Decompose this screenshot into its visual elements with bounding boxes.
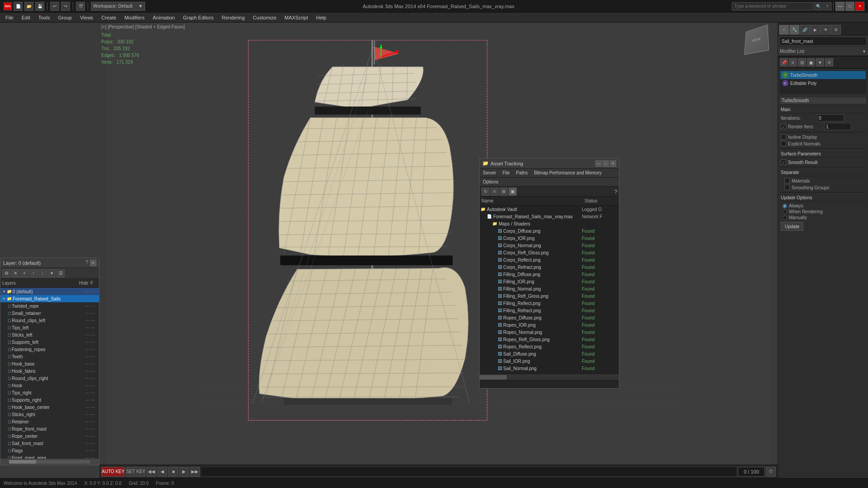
- menu-group[interactable]: Group: [54, 14, 75, 21]
- at-refresh-btn[interactable]: ↻: [481, 188, 490, 196]
- layer-move-up-btn[interactable]: ↑: [29, 269, 38, 277]
- modifier-list-dropdown-arrow[interactable]: ▼: [862, 49, 866, 54]
- at-menu-file[interactable]: File: [501, 170, 511, 175]
- layer-item[interactable]: ◻Hook_fabric— —: [0, 367, 99, 375]
- anim-play-btn[interactable]: ◀◀: [146, 467, 156, 477]
- at-tree-row[interactable]: 🖼Sail_IOR.pngFound: [480, 357, 619, 365]
- layers-scrollbar[interactable]: [0, 459, 99, 465]
- menu-customize[interactable]: Customize: [249, 14, 280, 21]
- layer-item[interactable]: ◻Round_clips_left— —: [0, 317, 99, 324]
- layer-item[interactable]: ◻Supports_right— —: [0, 396, 99, 404]
- layer-move-down-btn[interactable]: ↓: [38, 269, 47, 277]
- smooth-result-checkbox[interactable]: [781, 160, 786, 165]
- layer-item[interactable]: ◻Sticks_right— —: [0, 411, 99, 418]
- mod-params-btn[interactable]: ⊞: [798, 58, 806, 66]
- at-tree-row[interactable]: 🖼Corps_IOR.pngFound: [480, 235, 619, 242]
- anim-set-key-btn[interactable]: SET KEY: [126, 467, 146, 477]
- tab-display[interactable]: 👁: [821, 25, 830, 35]
- at-tree-row[interactable]: 📁Autodesk VaultLogged O: [480, 206, 619, 213]
- layer-item[interactable]: ◻Hook— —: [0, 382, 99, 389]
- tab-modify[interactable]: 🔧: [789, 25, 799, 35]
- layers-panel-close[interactable]: ✕: [90, 260, 96, 266]
- layers-scrollbar-thumb[interactable]: [9, 460, 36, 464]
- update-button[interactable]: Update: [781, 222, 803, 231]
- render-iters-checkbox[interactable]: [781, 124, 786, 129]
- at-tree-row[interactable]: 🖼Corps_Reflect.pngFound: [480, 256, 619, 263]
- search-icon[interactable]: 🔍: [814, 2, 822, 10]
- anim-end-btn[interactable]: ▶▶: [190, 467, 200, 477]
- at-close-btn[interactable]: ✕: [610, 160, 616, 167]
- at-menu-bitmap-perf[interactable]: Bitmap Performance and Memory: [533, 170, 603, 175]
- always-radio[interactable]: [783, 204, 787, 208]
- at-list-view-btn[interactable]: ≡: [491, 188, 499, 196]
- at-tree-row[interactable]: 🖼Ropes_IOR.pngFound: [480, 321, 619, 328]
- search-input[interactable]: [732, 2, 813, 10]
- maximize-btn[interactable]: □: [845, 2, 854, 11]
- tab-hierarchy[interactable]: 🔗: [800, 25, 810, 35]
- smoothing-groups-checkbox[interactable]: [784, 185, 790, 190]
- at-tree-row[interactable]: 🖼Corps_Refl_Gloss.pngFound: [480, 249, 619, 256]
- time-config-btn[interactable]: ⏱: [766, 467, 776, 477]
- materials-checkbox[interactable]: [784, 178, 790, 183]
- anim-key-btn[interactable]: AUTO KEY: [101, 467, 125, 477]
- timeline-bar[interactable]: [201, 467, 737, 477]
- menu-modifiers[interactable]: Modifiers: [121, 14, 148, 21]
- layer-options-btn[interactable]: ☰: [57, 269, 65, 277]
- render-setup-btn[interactable]: 🎬: [76, 2, 85, 11]
- layer-item[interactable]: ◻Round_clips_right— —: [0, 375, 99, 382]
- at-tree-row[interactable]: 🖼Ropes_Normal.pngFound: [480, 328, 619, 336]
- layer-add-btn[interactable]: +: [20, 269, 28, 277]
- modifier-turbosmooth[interactable]: T TurboSmooth: [780, 71, 866, 79]
- at-tree-row[interactable]: 📄Foremast_Raised_Sails_max_vray.maxNetwo…: [480, 213, 619, 220]
- at-scroll-thumb-h[interactable]: [480, 375, 507, 380]
- at-expand-btn[interactable]: ◼: [509, 188, 517, 196]
- at-tree-row[interactable]: 🖼Corps_Normal.pngFound: [480, 242, 619, 249]
- mod-collapse-btn[interactable]: ▼: [816, 58, 824, 66]
- minimize-btn[interactable]: —: [835, 2, 844, 11]
- layer-item[interactable]: ◻Teeth— —: [0, 353, 99, 360]
- layer-item[interactable]: ◻Rope_front_mast— —: [0, 425, 99, 432]
- new-btn[interactable]: 📄: [14, 2, 23, 11]
- undo-btn[interactable]: ↩: [50, 2, 59, 11]
- layer-item[interactable]: ◻Small_retainer— —: [0, 310, 99, 317]
- at-restore-btn[interactable]: □: [603, 160, 609, 167]
- at-tree-row[interactable]: 🖼Filling_IOR.pngFound: [480, 278, 619, 285]
- layers-panel-help[interactable]: ?: [85, 260, 88, 266]
- layer-item[interactable]: ▼📁0 (default)— —: [0, 288, 99, 295]
- at-tree-row[interactable]: 🖼Corps_Diffuse.pngFound: [480, 227, 619, 235]
- at-tree-row[interactable]: 🖼Filling_Normal.pngFound: [480, 285, 619, 292]
- mod-stack-btn[interactable]: ≡: [789, 58, 797, 66]
- layer-item[interactable]: ◻Retainer— —: [0, 418, 99, 425]
- render-iters-value[interactable]: 1: [824, 123, 851, 130]
- anim-play-fwd-btn[interactable]: ▶: [179, 467, 189, 477]
- layer-item[interactable]: ◻Rope_center— —: [0, 432, 99, 440]
- at-help-btn[interactable]: ?: [614, 189, 617, 194]
- open-btn[interactable]: 📂: [24, 2, 33, 11]
- mod-show-all-btn[interactable]: ◼: [807, 58, 815, 66]
- layers-scrollbar-track[interactable]: [9, 460, 90, 464]
- iterations-value[interactable]: 0: [817, 114, 844, 122]
- workspace-dropdown[interactable]: Workspace: Default ▼: [91, 2, 145, 11]
- layer-item[interactable]: ◻Front_mast_area— —: [0, 454, 99, 459]
- help-icon[interactable]: ?: [823, 2, 831, 10]
- layer-filter-btn[interactable]: ▾: [47, 269, 56, 277]
- mod-remove-btn[interactable]: ✕: [825, 58, 833, 66]
- at-tree-row[interactable]: 🖼Sail_Normal.pngFound: [480, 365, 619, 372]
- explicit-normals-checkbox[interactable]: [781, 141, 786, 146]
- at-detail-view-btn[interactable]: ⊞: [500, 188, 508, 196]
- menu-tools[interactable]: Tools: [35, 14, 54, 21]
- menu-animation[interactable]: Animation: [149, 14, 179, 21]
- tab-create[interactable]: +: [779, 25, 789, 35]
- menu-help[interactable]: Help: [312, 14, 330, 21]
- tab-utilities[interactable]: ⚙: [831, 25, 841, 35]
- when-rendering-radio[interactable]: [783, 210, 787, 214]
- at-menu-paths[interactable]: Paths: [515, 170, 529, 175]
- layer-item[interactable]: ◻Fastening_ropes— —: [0, 346, 99, 353]
- menu-create[interactable]: Create: [98, 14, 120, 21]
- manually-radio[interactable]: [783, 216, 787, 220]
- layer-item[interactable]: ◻Tips_right— —: [0, 389, 99, 396]
- at-tree-row[interactable]: 🖼Ropes_Reflect.pngFound: [480, 343, 619, 350]
- at-tree-row[interactable]: 🖼Sail_Diffuse.pngFound: [480, 350, 619, 357]
- layer-item[interactable]: ◻Sail_front_mast— —: [0, 440, 99, 447]
- object-name-field[interactable]: [779, 37, 867, 46]
